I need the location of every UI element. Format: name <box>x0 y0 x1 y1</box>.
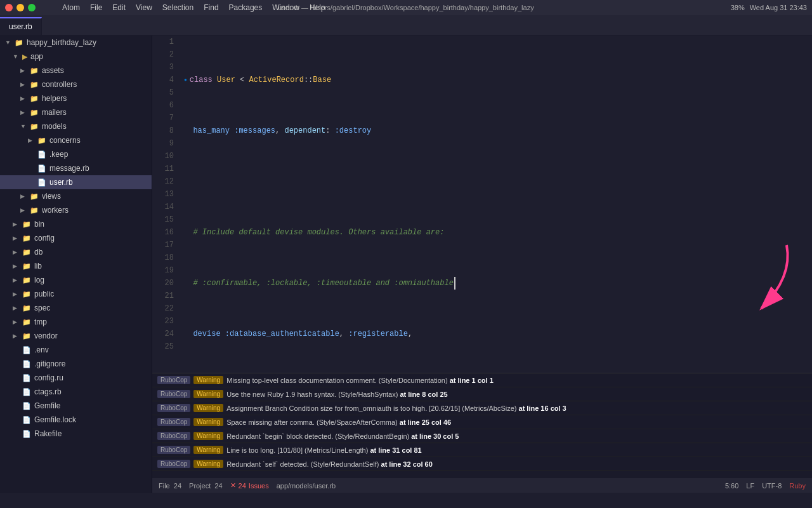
folder-icon: 📁 <box>22 276 31 284</box>
charset-label: UTF-8 <box>762 482 782 490</box>
menu-edit[interactable]: Edit <box>108 2 129 13</box>
chevron-down-icon: ▼ <box>20 123 28 130</box>
file-label: .env <box>34 345 49 354</box>
code-line-6: devise :database_authenticatable, :regis… <box>184 328 812 340</box>
folder-icon: 📁 <box>22 262 31 271</box>
rubocop-tag: RuboCop <box>157 390 190 398</box>
sidebar-item-rakefile[interactable]: ▶ 📄 Rakefile <box>0 427 152 441</box>
warning-text: Redundant `self` detected. (Style/Redund… <box>226 460 433 468</box>
code-container[interactable]: 12345 678910 1112131415 1617181920 21222… <box>152 36 812 373</box>
sidebar-item-concerns[interactable]: ▶ 📁 concerns <box>0 133 152 147</box>
chevron-right-icon: ▶ <box>20 95 28 102</box>
menu-file[interactable]: File <box>86 2 106 13</box>
sidebar-item-gitignore[interactable]: ▶ 📄 .gitignore <box>0 357 152 371</box>
folder-label: app <box>30 52 43 61</box>
sidebar-item-log[interactable]: ▶ 📁 log <box>0 273 152 287</box>
menu-packages[interactable]: Packages <box>225 2 266 13</box>
code-editor[interactable]: ●class User < ActiveRecord::Base has_man… <box>179 36 812 373</box>
folder-label: views <box>42 192 61 201</box>
warning-text: Space missing after comma. (Style/SpaceA… <box>226 418 451 426</box>
issues-count[interactable]: ✕ 24 Issues <box>230 481 269 490</box>
chevron-right-icon: ▶ <box>13 277 20 283</box>
sidebar-item-gemfile[interactable]: ▶ 📄 Gemfile <box>0 399 152 413</box>
sidebar-item-message-rb[interactable]: ▶ 📄 message.rb <box>0 161 152 175</box>
warning-row-5[interactable]: RuboCop Warning Redundant `begin` block … <box>152 429 812 443</box>
folder-icon: 📁 <box>30 192 39 201</box>
chevron-right-icon: ▶ <box>20 81 28 88</box>
rubocop-tag: RuboCop <box>157 432 190 440</box>
sidebar-item-helpers[interactable]: ▶ 📁 helpers <box>0 91 152 105</box>
file-icon: 📄 <box>22 430 31 438</box>
warning-row-3[interactable]: RuboCop Warning Assignment Branch Condit… <box>152 401 812 415</box>
sidebar-item-config-ru[interactable]: ▶ 📄 config.ru <box>0 371 152 385</box>
sidebar-item-db[interactable]: ▶ 📁 db <box>0 245 152 259</box>
menu-find[interactable]: Find <box>200 2 222 13</box>
sidebar-item-assets[interactable]: ▶ 📁 assets <box>0 64 152 77</box>
sidebar-item-bin[interactable]: ▶ 📁 bin <box>0 217 152 231</box>
sidebar-item-vendor[interactable]: ▶ 📁 vendor <box>0 329 152 343</box>
chevron-right-icon: ▶ <box>13 305 20 311</box>
window-title: user.rb — /Users/gabriel/Dropbox/Workspa… <box>278 4 534 11</box>
issues-number: 24 <box>239 482 246 490</box>
status-bar: File 24 Project 24 ✕ 24 Issues app/model… <box>152 478 812 493</box>
warning-tag: Warning <box>193 390 223 398</box>
folder-label: models <box>42 122 67 131</box>
language-label[interactable]: Ruby <box>789 482 806 490</box>
rubocop-tag: RuboCop <box>157 446 190 454</box>
file-label: Gemfile.lock <box>34 415 76 424</box>
menu-selection[interactable]: Selection <box>159 2 197 13</box>
sidebar-item-ctags[interactable]: ▶ 📄 ctags.rb <box>0 385 152 399</box>
folder-icon: ▶ <box>22 53 27 61</box>
sidebar-item-spec[interactable]: ▶ 📁 spec <box>0 301 152 315</box>
root-label: happy_birthday_lazy <box>27 38 96 47</box>
menu-atom[interactable]: Atom <box>58 2 84 13</box>
warning-row-1[interactable]: RuboCop Warning Missing top-level class … <box>152 373 812 387</box>
sidebar-item-mailers[interactable]: ▶ 📁 mailers <box>0 105 152 119</box>
file-label: .keep <box>49 150 68 159</box>
warning-row-4[interactable]: RuboCop Warning Space missing after comm… <box>152 415 812 429</box>
folder-icon: 📁 <box>30 81 39 89</box>
sidebar-item-controllers[interactable]: ▶ 📁 controllers <box>0 77 152 91</box>
sidebar-item-config[interactable]: ▶ 📁 config <box>0 231 152 245</box>
sidebar-root[interactable]: ▼ 📁 happy_birthday_lazy <box>0 36 152 50</box>
folder-icon: 📁 <box>22 234 31 243</box>
folder-label: log <box>34 276 44 284</box>
folder-icon: 📁 <box>30 95 39 103</box>
sidebar-item-workers[interactable]: ▶ 📁 workers <box>0 203 152 217</box>
warning-text: Use the new Ruby 1.9 hash syntax. (Style… <box>226 391 448 398</box>
folder-label: controllers <box>42 80 77 89</box>
battery-status: 38% <box>731 4 745 11</box>
warning-row-2[interactable]: RuboCop Warning Use the new Ruby 1.9 has… <box>152 387 812 401</box>
tab-user-rb[interactable]: user.rb <box>0 17 42 35</box>
file-path-status: app/models/user.rb <box>277 482 336 490</box>
chevron-right-icon: ▶ <box>20 67 28 74</box>
sidebar-item-keep[interactable]: ▶ 📄 .keep <box>0 147 152 161</box>
sidebar-item-public[interactable]: ▶ 📁 public <box>0 287 152 301</box>
apple-menu[interactable] <box>43 6 51 9</box>
traffic-lights <box>5 4 36 11</box>
code-line-4: # Include default devise modules. Others… <box>184 226 812 239</box>
issues-label: Issues <box>249 482 269 490</box>
editor-area: 12345 678910 1112131415 1617181920 21222… <box>152 36 812 493</box>
sidebar-item-env[interactable]: ▶ 📄 .env <box>0 343 152 357</box>
sidebar-item-app[interactable]: ▼ ▶ app <box>0 50 152 64</box>
sidebar-item-gemfile-lock[interactable]: ▶ 📄 Gemfile.lock <box>0 413 152 427</box>
chevron-right-icon: ▶ <box>13 221 20 227</box>
maximize-button[interactable] <box>28 4 36 11</box>
minimize-button[interactable] <box>16 4 24 11</box>
sidebar-item-lib[interactable]: ▶ 📁 lib <box>0 259 152 273</box>
close-button[interactable] <box>5 4 13 11</box>
chevron-right-icon: ▶ <box>13 263 20 269</box>
chevron-right-icon: ▶ <box>20 109 28 116</box>
sidebar-item-views[interactable]: ▶ 📁 views <box>0 189 152 203</box>
main-area: ▼ 📁 happy_birthday_lazy ▼ ▶ app ▶ 📁 asse… <box>0 36 812 493</box>
sidebar-item-user-rb[interactable]: ▶ 📄 user.rb <box>0 175 152 189</box>
sidebar: ▼ 📁 happy_birthday_lazy ▼ ▶ app ▶ 📁 asse… <box>0 36 152 493</box>
sidebar-item-models[interactable]: ▼ 📁 models <box>0 119 152 133</box>
line-numbers: 12345 678910 1112131415 1617181920 21222… <box>152 36 179 373</box>
warning-row-6[interactable]: RuboCop Warning Line is too long. [101/8… <box>152 443 812 457</box>
menu-view[interactable]: View <box>132 2 156 13</box>
warning-row-7[interactable]: RuboCop Warning Redundant `self` detecte… <box>152 457 812 471</box>
sidebar-item-tmp[interactable]: ▶ 📁 tmp <box>0 315 152 329</box>
line-ending: LF <box>746 482 754 490</box>
